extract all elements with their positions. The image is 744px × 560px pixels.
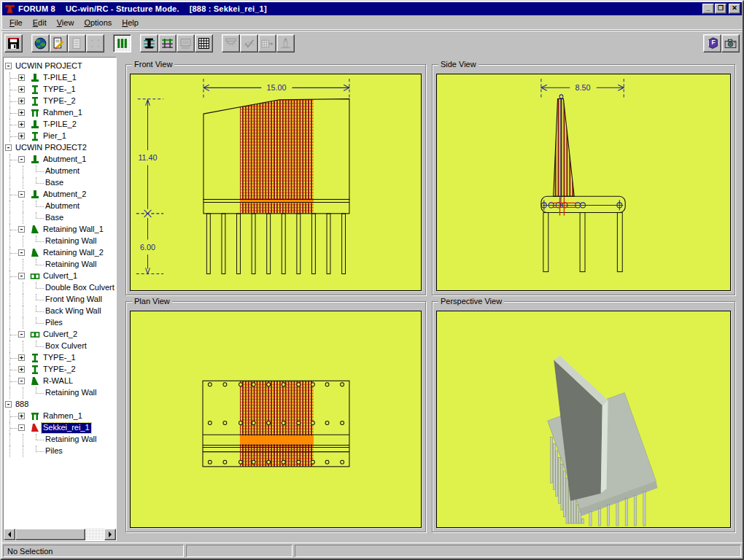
toolbar-document-button[interactable]: [68, 34, 86, 52]
tree-item-double-box-culvert[interactable]: Double Box Culvert: [4, 282, 116, 294]
toolbar-edit-document-button[interactable]: [50, 34, 68, 52]
tree-item-retaining-wall[interactable]: Retaining Wall: [4, 387, 116, 399]
tree-item-t-pile-2[interactable]: +T-PILE_2: [4, 119, 116, 131]
scrollbar-thumb[interactable]: [15, 529, 85, 540]
tree-item-label[interactable]: Retaining Wall: [44, 388, 98, 398]
tree-item-label[interactable]: Retaining Wall_2: [42, 248, 105, 258]
expand-box[interactable]: +: [18, 413, 25, 419]
tree-item-label[interactable]: Abutment_1: [42, 155, 88, 165]
tree-item-abutment[interactable]: Abutment: [4, 166, 116, 177]
scroll-right-button[interactable]: [104, 529, 116, 540]
toolbar-computer-button[interactable]: [177, 34, 195, 52]
collapse-box[interactable]: -: [5, 401, 12, 408]
minimize-button[interactable]: _: [702, 4, 714, 14]
tree-item-culvert-1[interactable]: -Culvert_1: [4, 271, 116, 282]
tree-item-label[interactable]: Sekkei_rei_1: [42, 423, 91, 433]
toolbar-frame-button[interactable]: [158, 34, 177, 52]
expand-box[interactable]: +: [18, 109, 25, 116]
tree-item-abutment-2[interactable]: -Abutment_2: [4, 189, 116, 201]
collapse-box[interactable]: -: [18, 378, 25, 384]
toolbar-snapshot-button[interactable]: [721, 34, 740, 52]
expand-box[interactable]: +: [18, 121, 25, 128]
tree-item-label[interactable]: Base: [44, 178, 65, 188]
tree-item-label[interactable]: Base: [44, 213, 65, 223]
expand-box[interactable]: +: [18, 354, 25, 361]
collapse-box[interactable]: -: [18, 191, 25, 198]
tree-item-box-culvert[interactable]: Box Culvert: [4, 341, 116, 352]
tree-item-front-wing-wall[interactable]: Front Wing Wall: [4, 294, 116, 306]
close-button[interactable]: ✕: [729, 4, 740, 14]
tree-item-t-pile-1[interactable]: +T-PILE_1: [4, 72, 116, 84]
tree-item-label[interactable]: Abutment_2: [42, 190, 88, 200]
tree-item-back-wing-wall[interactable]: Back Wing Wall: [4, 306, 116, 317]
toolbar-save-button[interactable]: [4, 34, 23, 52]
tree-item-label[interactable]: Culvert_1: [42, 271, 79, 281]
tree-item-label[interactable]: TYPE-_2: [42, 96, 77, 106]
tree-item-piles[interactable]: Piles: [4, 446, 116, 457]
menu-file[interactable]: File: [4, 17, 28, 28]
tree-item-label[interactable]: Piles: [44, 446, 64, 456]
tree-item-retaining-wall-1[interactable]: -Retaining Wall_1: [4, 224, 116, 236]
tree-item-ucwin-project2[interactable]: -UCWIN PROJECT2: [4, 142, 116, 154]
toolbar-grid-button[interactable]: [195, 34, 213, 52]
tree-item-base[interactable]: Base: [4, 212, 116, 224]
collapse-box[interactable]: -: [18, 156, 25, 163]
tree-item-label[interactable]: Back Wing Wall: [44, 306, 103, 316]
expand-box[interactable]: +: [18, 98, 25, 104]
toolbar-structure-view-button[interactable]: [113, 34, 131, 52]
tree-item-label[interactable]: Abutment: [44, 166, 81, 176]
expand-box[interactable]: +: [18, 366, 25, 373]
tree-item-type-1[interactable]: +TYPE-_1: [4, 352, 116, 364]
toolbar-help-book-button[interactable]: F: [703, 34, 721, 52]
tree-item-label[interactable]: R-WALL: [42, 376, 74, 386]
tree-item-label[interactable]: Rahmen_1: [42, 411, 84, 421]
toolbar-export-table-button[interactable]: [258, 34, 276, 52]
tree-item-piles[interactable]: Piles: [4, 317, 116, 329]
tree-item-pier-1[interactable]: +Pier_1: [4, 131, 116, 142]
tree-item-retaining-wall[interactable]: Retaining Wall: [4, 236, 116, 247]
toolbar-globe-button[interactable]: [31, 34, 50, 52]
tree-item-label[interactable]: Retaining Wall: [44, 435, 98, 445]
scrollbar-track[interactable]: [85, 529, 104, 540]
collapse-box[interactable]: -: [18, 249, 25, 256]
expand-box[interactable]: +: [18, 74, 25, 81]
tree-item-888[interactable]: -888: [4, 399, 116, 411]
tree-item-sekkei-rei-1[interactable]: -Sekkei_rei_1: [4, 422, 116, 434]
toolbar-girder-button[interactable]: [222, 34, 240, 52]
tree-item-label[interactable]: T-PILE_2: [42, 120, 78, 130]
collapse-box[interactable]: -: [18, 273, 25, 279]
tree-item-label[interactable]: TYPE-_1: [42, 85, 77, 95]
tree-item-abutment-1[interactable]: -Abutment_1: [4, 154, 116, 166]
tree-item-abutment[interactable]: Abutment: [4, 201, 116, 212]
tree-item-r-wall[interactable]: -R-WALL: [4, 376, 116, 387]
expand-box[interactable]: +: [18, 133, 25, 139]
tree-item-label[interactable]: Piles: [44, 318, 64, 328]
collapse-box[interactable]: -: [18, 226, 25, 233]
tree-item-label[interactable]: Abutment: [44, 201, 81, 211]
restore-button[interactable]: ❐: [715, 4, 726, 14]
tree-item-retaining-wall[interactable]: Retaining Wall: [4, 434, 116, 446]
expand-box[interactable]: +: [18, 86, 25, 93]
tree-item-label[interactable]: Rahmen_1: [42, 108, 84, 118]
tree-item-label[interactable]: Retaining Wall: [44, 260, 98, 270]
side-view-canvas[interactable]: 8.50: [436, 74, 731, 291]
menu-help[interactable]: Help: [117, 17, 144, 28]
tree-item-label[interactable]: Front Wing Wall: [44, 295, 104, 305]
tree-item-retaining-wall-2[interactable]: -Retaining Wall_2: [4, 247, 116, 259]
perspective-view-canvas[interactable]: [436, 311, 731, 528]
tree-item-culvert-2[interactable]: -Culvert_2: [4, 329, 116, 341]
tree-item-rahmen-1[interactable]: +Rahmen_1: [4, 411, 116, 422]
menu-view[interactable]: View: [52, 17, 80, 28]
menu-options[interactable]: Options: [79, 17, 117, 28]
collapse-box[interactable]: -: [18, 424, 25, 431]
menu-edit[interactable]: Edit: [28, 17, 52, 28]
tree-item-label[interactable]: Box Culvert: [44, 341, 88, 351]
tree-item-label[interactable]: Pier_1: [42, 131, 68, 141]
toolbar-pier-button[interactable]: [140, 34, 158, 52]
toolbar-placeholder-button[interactable]: [86, 34, 104, 52]
tree-item-ucwin-project[interactable]: -UCWIN PROJECT: [4, 61, 116, 72]
tree-item-label[interactable]: Retaining Wall_1: [42, 225, 105, 235]
front-view-canvas[interactable]: 15.00 11.40 6.00: [130, 74, 422, 291]
tree-item-type-1[interactable]: +TYPE-_1: [4, 84, 116, 96]
toolbar-check-button[interactable]: [240, 34, 258, 52]
